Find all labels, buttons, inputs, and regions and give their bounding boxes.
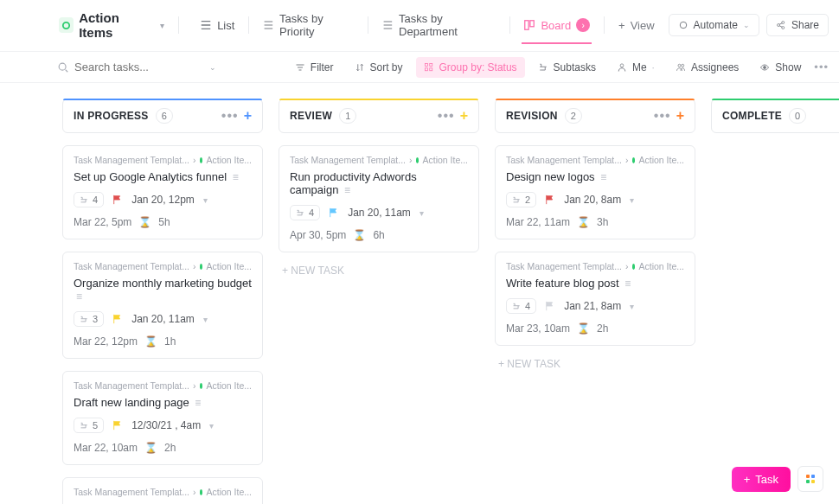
column-header[interactable]: IN PROGRESS6•••+ xyxy=(62,99,263,133)
breadcrumb[interactable]: Task Management Templat...›Action Ite... xyxy=(506,261,684,271)
new-task-button[interactable]: + NEW TASK xyxy=(495,346,695,382)
me-label: Me xyxy=(632,61,647,73)
task-card[interactable]: Task Management Templat...›Action Ite...… xyxy=(495,252,695,346)
divider xyxy=(368,16,368,34)
column-title: COMPLETE xyxy=(722,110,782,122)
view-dept-label: Tasks by Department xyxy=(399,12,495,38)
task-title: Draft new landing page ≡ xyxy=(74,396,252,409)
view-board-label: Board xyxy=(541,19,571,32)
column-more-icon[interactable]: ••• xyxy=(221,108,239,124)
subtasks-button[interactable]: Subtasks xyxy=(530,57,604,78)
column-count: 6 xyxy=(156,108,173,124)
subtasks-count: 4 xyxy=(525,301,530,311)
space-selector[interactable]: Action Items ▾ xyxy=(52,7,171,43)
chevron-down-icon[interactable]: ▾ xyxy=(420,208,424,218)
new-task-button[interactable]: + NEW TASK xyxy=(279,252,479,289)
hourglass-icon: ⌛ xyxy=(577,216,590,228)
svg-rect-11 xyxy=(429,67,432,70)
due-date: Jan 21, 8am xyxy=(564,300,621,312)
hourglass-icon: ⌛ xyxy=(353,229,366,241)
task-date: Mar 23, 10am xyxy=(506,322,570,335)
column-count: 0 xyxy=(789,108,806,124)
subtasks-count: 3 xyxy=(93,314,98,324)
column-add-icon[interactable]: + xyxy=(460,108,468,124)
subtasks-count: 4 xyxy=(309,207,314,218)
more-icon[interactable]: ••• xyxy=(814,61,829,73)
view-dept[interactable]: Tasks by Department xyxy=(372,5,505,45)
column-more-icon[interactable]: ••• xyxy=(438,108,455,124)
filter-button[interactable]: Filter xyxy=(287,57,342,78)
space-title: Action Items xyxy=(79,10,153,40)
subtasks-pill[interactable]: 5 xyxy=(74,418,104,433)
group-button[interactable]: Group by: Status xyxy=(416,57,525,78)
search-icon xyxy=(57,61,69,73)
flag-icon xyxy=(545,301,555,311)
share-label: Share xyxy=(791,19,819,31)
search-input[interactable] xyxy=(74,61,178,73)
column-review: REVIEW1•••+Task Management Templat...›Ac… xyxy=(279,99,479,289)
chevron-down-icon[interactable]: ▾ xyxy=(630,302,634,311)
column-header[interactable]: COMPLETE0•••+ xyxy=(711,99,839,133)
top-toolbar: Action Items ▾ List Tasks by Priority Ta… xyxy=(0,0,839,51)
automate-button[interactable]: Automate ⌄ xyxy=(669,14,759,36)
chevron-down-icon[interactable]: ▾ xyxy=(209,421,214,431)
breadcrumb[interactable]: Task Management Templat...›Action Ite... xyxy=(74,380,252,391)
svg-rect-9 xyxy=(425,67,427,70)
chevron-down-icon: ⌄ xyxy=(743,21,750,29)
task-card[interactable]: Task Management Templat...›Action Ite...… xyxy=(62,371,263,465)
column-add-icon[interactable]: + xyxy=(244,108,252,124)
svg-point-3 xyxy=(680,22,687,29)
hourglass-icon: ⌛ xyxy=(144,442,157,454)
assignees-button[interactable]: Assignees xyxy=(668,57,746,78)
chevron-down-icon[interactable]: ▾ xyxy=(203,195,208,205)
breadcrumb[interactable]: Task Management Templat...›Action Ite... xyxy=(290,155,468,165)
sort-button[interactable]: Sort by xyxy=(347,57,411,78)
svg-point-13 xyxy=(678,64,681,67)
group-label: Group by: Status xyxy=(439,61,517,73)
column-count: 1 xyxy=(339,108,356,124)
view-board[interactable]: Board › xyxy=(513,11,600,39)
chevron-down-icon[interactable]: ⌄ xyxy=(209,63,216,72)
search-box[interactable]: ⌄ xyxy=(52,55,225,79)
breadcrumb[interactable]: Task Management Templat...›Action Ite... xyxy=(74,155,252,165)
view-priority[interactable]: Tasks by Priority xyxy=(253,5,364,45)
subtasks-pill[interactable]: 2 xyxy=(506,192,536,207)
apps-button[interactable] xyxy=(797,466,823,492)
column-more-icon[interactable]: ••• xyxy=(654,108,671,124)
subtasks-count: 4 xyxy=(93,195,98,205)
breadcrumb[interactable]: Task Management Templat...›Action Ite... xyxy=(74,261,252,271)
subtasks-pill[interactable]: 4 xyxy=(290,205,320,220)
task-card[interactable]: Task Management Templat...›Action Ite...… xyxy=(62,145,263,239)
me-button[interactable]: Me · xyxy=(609,57,663,78)
add-view-label: View xyxy=(631,19,655,32)
grid-icon xyxy=(806,475,815,483)
subtasks-pill[interactable]: 4 xyxy=(74,192,104,207)
divider xyxy=(248,16,249,34)
column-complete: COMPLETE0•••+ xyxy=(711,99,839,133)
show-button[interactable]: Show xyxy=(752,57,809,78)
add-view[interactable]: + View xyxy=(608,12,665,39)
column-add-icon[interactable]: + xyxy=(676,108,684,124)
task-card[interactable]: Task Management Templat...›Action Ite...… xyxy=(62,252,263,359)
share-button[interactable]: Share xyxy=(766,14,829,36)
task-card[interactable]: Task Management Templat...›Action Ite...… xyxy=(279,145,479,252)
chevron-down-icon[interactable]: ▾ xyxy=(630,195,634,205)
task-title: Set up Google Analytics funnel ≡ xyxy=(74,170,252,183)
filter-bar: ⌄ Filter Sort by Group by: Status Subtas… xyxy=(0,51,839,83)
column-title: REVISION xyxy=(506,110,558,122)
flag-icon xyxy=(112,420,123,431)
column-header[interactable]: REVIEW1•••+ xyxy=(279,99,479,133)
subtasks-pill[interactable]: 3 xyxy=(74,311,104,327)
view-list[interactable]: List xyxy=(189,12,245,39)
subtasks-pill[interactable]: 4 xyxy=(506,298,536,314)
new-task-fab[interactable]: + Task xyxy=(732,467,791,492)
flag-icon xyxy=(112,314,123,324)
breadcrumb[interactable]: Task Management Templat...›Action Ite... xyxy=(74,487,252,497)
chevron-down-icon[interactable]: ▾ xyxy=(203,315,208,324)
column-header[interactable]: REVISION2•••+ xyxy=(495,99,695,133)
view-list-label: List xyxy=(217,19,234,32)
status-dot-icon xyxy=(200,157,203,163)
breadcrumb[interactable]: Task Management Templat...›Action Ite... xyxy=(506,155,684,165)
task-card[interactable]: Task Management Templat...›Action Ite...… xyxy=(495,145,695,239)
task-card[interactable]: Task Management Templat...›Action Ite... xyxy=(62,477,263,504)
